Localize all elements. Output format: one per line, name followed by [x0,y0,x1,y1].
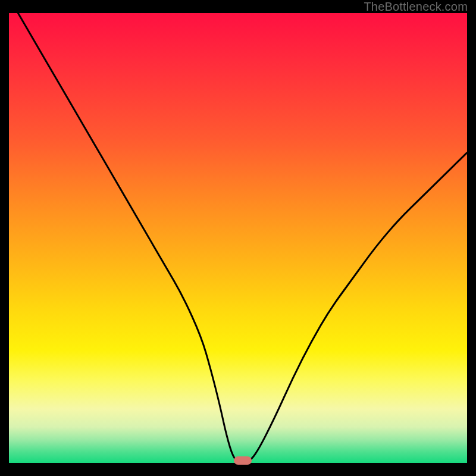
watermark-text: TheBottleneck.com [364,0,468,14]
bottleneck-curve [9,13,467,463]
plot-area [9,13,467,463]
optimum-marker [234,456,252,465]
chart-stage: TheBottleneck.com [0,0,476,476]
